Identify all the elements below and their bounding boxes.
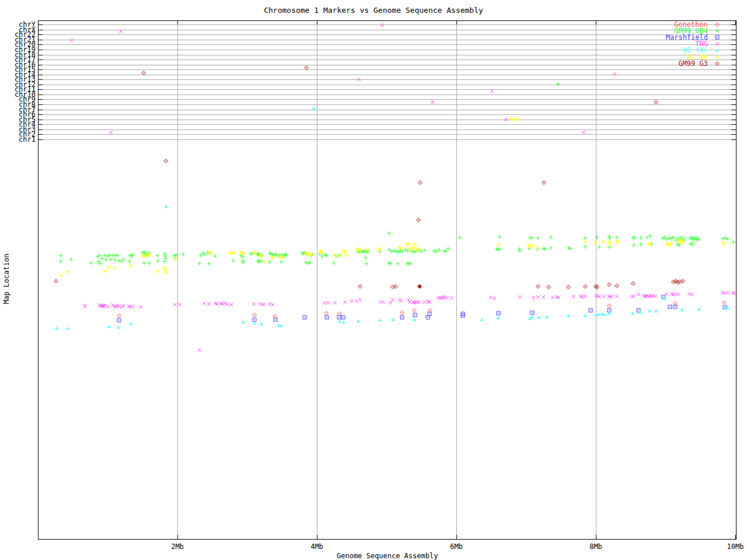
x-axis-label: Genome Sequence Assembly (337, 552, 438, 559)
y-axis-label: Map Location (2, 254, 11, 304)
x-tick-label: 8Mb (573, 543, 619, 550)
plot-area (0, 0, 747, 560)
y-tick-label: chr1 (0, 136, 36, 143)
x-tick-label: 6Mb (433, 543, 480, 550)
x-tick-label: 4Mb (294, 543, 340, 550)
gnuplot-chart: Chromosome 1 Markers vs Genome Sequence … (0, 0, 747, 560)
chart-title: Chromosome 1 Markers vs Genome Sequence … (0, 6, 747, 14)
x-tick-label: 10Mb (712, 543, 747, 550)
x-tick-label: 2Mb (154, 543, 201, 550)
legend-item-gm99-g3: GM99 G3 (678, 60, 708, 67)
